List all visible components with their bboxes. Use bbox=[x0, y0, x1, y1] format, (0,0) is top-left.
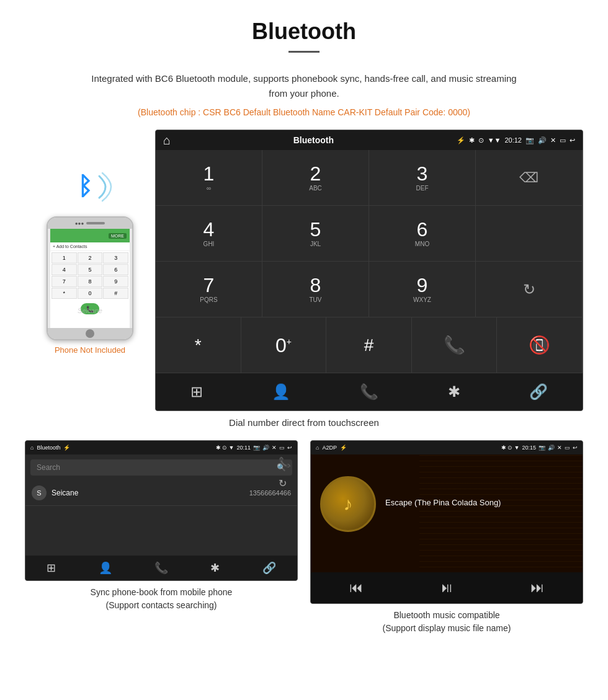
music-vol: 🔊 bbox=[548, 445, 555, 451]
contact-name: Seicane bbox=[51, 489, 249, 497]
dial-key-4[interactable]: 4 GHI bbox=[156, 206, 262, 262]
dialpad-row-4: * 0+ # 📞 📵 bbox=[156, 317, 583, 373]
dial-key-8[interactable]: 8 TUV bbox=[262, 262, 369, 317]
phone-not-included-label: Phone Not Included bbox=[55, 345, 125, 355]
bottom-screenshots: ⌂ Bluetooth ⚡ ✱ ⊙ ▼ 20:11 📷 🔊 ✕ ▭ ↩ Sear… bbox=[0, 440, 608, 635]
phonebook-screen: ⌂ Bluetooth ⚡ ✱ ⊙ ▼ 20:11 📷 🔊 ✕ ▭ ↩ Sear… bbox=[25, 440, 298, 581]
pb-right-refresh[interactable]: ↻ bbox=[279, 477, 291, 489]
contact-entry[interactable]: S Seicane 13566664466 bbox=[25, 481, 297, 506]
search-placeholder: Search bbox=[37, 463, 60, 472]
back-icon[interactable]: ↩ bbox=[570, 136, 575, 144]
phonebook-screenshot: ⌂ Bluetooth ⚡ ✱ ⊙ ▼ 20:11 📷 🔊 ✕ ▭ ↩ Sear… bbox=[25, 440, 298, 635]
pb-icons: ✱ ⊙ ▼ bbox=[216, 445, 235, 451]
close-icon[interactable]: ✕ bbox=[550, 136, 556, 144]
nav-dialpad-icon[interactable]: ⊞ bbox=[190, 383, 203, 401]
dial-key-star[interactable]: * bbox=[156, 317, 241, 373]
music-usb: ⚡ bbox=[340, 445, 347, 451]
watermark: Seicane bbox=[78, 307, 102, 314]
music-screenshot: ⌂ A2DP ⚡ ✱ ⊙ ▼ 20:15 📷 🔊 ✕ ▭ ↩ bbox=[310, 440, 583, 635]
dial-key-refresh[interactable]: ↻ bbox=[476, 262, 583, 317]
music-x: ✕ bbox=[557, 445, 562, 451]
nav-phone-icon[interactable]: 📞 bbox=[360, 383, 378, 401]
main-android-screen: ⌂ Bluetooth ⚡ ✱ ⊙ ▼▼ 20:12 📷 🔊 ✕ ▭ ↩ bbox=[155, 130, 583, 411]
nav-contacts-icon[interactable]: 👤 bbox=[272, 383, 290, 401]
pb-vol: 🔊 bbox=[262, 445, 269, 451]
phonebook-search-bar[interactable]: Search 🔍 bbox=[30, 459, 292, 476]
pb-nav-person[interactable]: 👤 bbox=[99, 561, 112, 575]
pb-right-phone[interactable]: 📞 bbox=[279, 456, 291, 468]
specs-line: (Bluetooth chip : CSR BC6 Default Blueto… bbox=[0, 107, 608, 117]
dial-key-call-red[interactable]: 📵 bbox=[497, 317, 583, 373]
title-divider bbox=[288, 51, 320, 53]
phone-bottom-bar bbox=[48, 328, 132, 339]
music-title: A2DP bbox=[322, 445, 337, 451]
main-caption: Dial number direct from touchscreen bbox=[0, 417, 608, 428]
dial-key-hash[interactable]: # bbox=[326, 317, 412, 373]
contact-avatar: S bbox=[32, 485, 47, 500]
dial-key-9[interactable]: 9 WXYZ bbox=[369, 262, 476, 317]
android-dialpad-screen: ⌂ Bluetooth ⚡ ✱ ⊙ ▼▼ 20:12 📷 🔊 ✕ ▭ ↩ bbox=[155, 130, 583, 411]
bluetooth-wave-icon: ᛒ bbox=[65, 167, 115, 210]
statusbar-right: ⚡ ✱ ⊙ ▼▼ 20:12 📷 🔊 ✕ ▭ ↩ bbox=[457, 136, 575, 144]
music-screen: ⌂ A2DP ⚡ ✱ ⊙ ▼ 20:15 📷 🔊 ✕ ▭ ↩ bbox=[310, 440, 583, 604]
music-cam: 📷 bbox=[539, 445, 545, 451]
phonebook-caption: Sync phone-book from mobile phone (Suppo… bbox=[25, 586, 298, 612]
music-time: 20:15 bbox=[522, 445, 536, 451]
dial-key-call-green[interactable]: 📞 bbox=[412, 317, 498, 373]
music-note-icon: ♪ bbox=[344, 494, 353, 515]
volume-icon[interactable]: 🔊 bbox=[538, 136, 547, 144]
statusbar-left: ⌂ bbox=[163, 133, 171, 148]
music-icons: ✱ ⊙ ▼ bbox=[501, 445, 520, 451]
dial-key-0[interactable]: 0+ bbox=[241, 317, 327, 373]
pb-cam: 📷 bbox=[253, 445, 260, 451]
dial-key-7[interactable]: 7 PQRS bbox=[156, 262, 262, 317]
pb-win: ▭ bbox=[279, 445, 285, 451]
phone-dialpad-small: 1 2 3 4 5 6 7 8 9 * 0 # bbox=[50, 251, 130, 300]
home-icon[interactable]: ⌂ bbox=[163, 133, 171, 148]
music-controls: ⏮ ⏯ ⏭ bbox=[311, 572, 583, 603]
page-title: Bluetooth bbox=[0, 19, 608, 45]
dial-key-6[interactable]: 6 MNO bbox=[369, 206, 476, 262]
statusbar-title: Bluetooth bbox=[293, 135, 334, 145]
pb-nav-link[interactable]: 🔗 bbox=[262, 561, 276, 575]
music-statusbar: ⌂ A2DP ⚡ ✱ ⊙ ▼ 20:15 📷 🔊 ✕ ▭ ↩ bbox=[311, 441, 583, 454]
pb-nav-grid[interactable]: ⊞ bbox=[47, 561, 56, 575]
dial-key-delete[interactable]: ⌫ bbox=[476, 150, 583, 206]
music-album-art: ♪ bbox=[320, 476, 376, 532]
main-section: ᛒ ●●● MORE + Add to Contacts 1 2 3 bbox=[0, 130, 608, 411]
pb-nav-phone[interactable]: 📞 bbox=[154, 561, 168, 575]
dialpad-row-3: 7 PQRS 8 TUV 9 WXYZ ↻ bbox=[156, 262, 583, 317]
time-display: 20:12 bbox=[504, 136, 522, 144]
music-body: ♪ Escape (The Pina Colada Song) bbox=[311, 454, 583, 572]
dial-key-3[interactable]: 3 DEF bbox=[369, 150, 476, 206]
svg-text:ᛒ: ᛒ bbox=[78, 172, 92, 200]
dial-key-2[interactable]: 2 ABC bbox=[262, 150, 369, 206]
music-home-icon[interactable]: ⌂ bbox=[316, 445, 319, 451]
music-prev-icon[interactable]: ⏮ bbox=[349, 580, 363, 596]
nav-link-icon[interactable]: 🔗 bbox=[529, 383, 548, 401]
music-caption: Bluetooth music compatible (Support disp… bbox=[310, 609, 583, 635]
dialpad-row-1: 1 ∞ 2 ABC 3 DEF ⌫ bbox=[156, 150, 583, 206]
phonebook-statusbar: ⌂ Bluetooth ⚡ ✱ ⊙ ▼ 20:11 📷 🔊 ✕ ▭ ↩ bbox=[25, 441, 297, 454]
phone-screen-top: MORE bbox=[50, 229, 130, 242]
phone-top-bar: ●●● bbox=[48, 218, 132, 229]
pb-home-icon[interactable]: ⌂ bbox=[30, 445, 34, 451]
dial-key-5[interactable]: 5 JKL bbox=[262, 206, 369, 262]
music-bg-decoration bbox=[419, 454, 583, 572]
nav-bluetooth-icon[interactable]: ✱ bbox=[448, 383, 460, 401]
location-icon: ⊙ bbox=[478, 136, 484, 144]
signal-icon: ▼▼ bbox=[488, 136, 501, 144]
music-next-icon[interactable]: ⏭ bbox=[530, 580, 544, 596]
camera-icon[interactable]: 📷 bbox=[525, 136, 534, 144]
phone-add-contact: + Add to Contacts bbox=[50, 242, 130, 251]
pb-back: ↩ bbox=[287, 445, 292, 451]
android-statusbar: ⌂ Bluetooth ⚡ ✱ ⊙ ▼▼ 20:12 📷 🔊 ✕ ▭ ↩ bbox=[156, 130, 583, 150]
music-play-pause-icon[interactable]: ⏯ bbox=[440, 580, 454, 596]
dialpad-row-2: 4 GHI 5 JKL 6 MNO bbox=[156, 206, 583, 262]
dial-key-1[interactable]: 1 ∞ bbox=[156, 150, 262, 206]
window-icon[interactable]: ▭ bbox=[560, 136, 566, 144]
dial-key-empty-1 bbox=[476, 206, 583, 262]
pb-nav-bt[interactable]: ✱ bbox=[210, 561, 220, 575]
pb-x: ✕ bbox=[272, 445, 277, 451]
page-header: Bluetooth bbox=[0, 0, 608, 65]
